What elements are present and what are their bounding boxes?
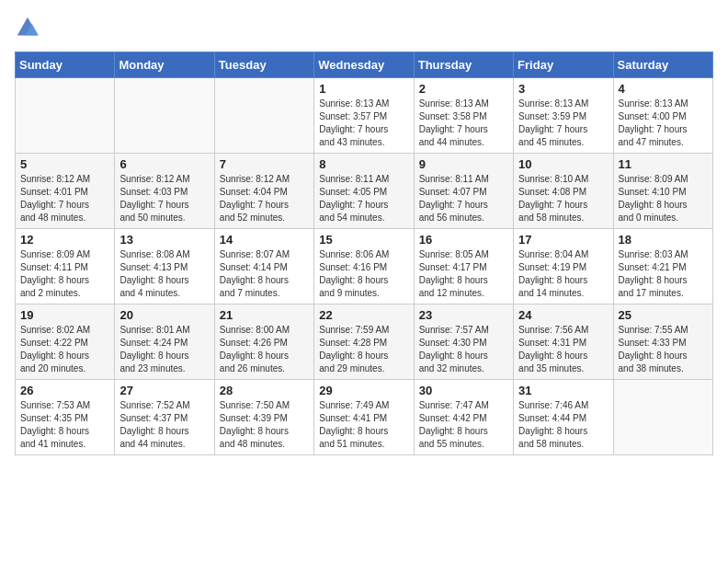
- calendar-cell: 6Sunrise: 8:12 AM Sunset: 4:03 PM Daylig…: [115, 154, 214, 229]
- day-number: 6: [119, 157, 209, 171]
- weekday-header-wednesday: Wednesday: [314, 52, 414, 78]
- week-row-4: 19Sunrise: 8:02 AM Sunset: 4:22 PM Dayli…: [16, 304, 713, 380]
- day-number: 2: [419, 82, 508, 96]
- calendar-cell: 27Sunrise: 7:52 AM Sunset: 4:37 PM Dayli…: [115, 380, 214, 455]
- calendar-cell: 7Sunrise: 8:12 AM Sunset: 4:04 PM Daylig…: [214, 154, 313, 229]
- day-info: Sunrise: 8:03 AM Sunset: 4:21 PM Dayligh…: [619, 248, 708, 300]
- day-number: 9: [419, 157, 508, 171]
- calendar-cell: 28Sunrise: 7:50 AM Sunset: 4:39 PM Dayli…: [214, 380, 313, 455]
- calendar-cell: 30Sunrise: 7:47 AM Sunset: 4:42 PM Dayli…: [414, 380, 513, 455]
- day-number: 23: [419, 308, 508, 322]
- calendar-cell: 18Sunrise: 8:03 AM Sunset: 4:21 PM Dayli…: [613, 229, 712, 304]
- day-number: 17: [518, 233, 608, 247]
- logo: [15, 15, 44, 40]
- day-number: 14: [220, 233, 309, 247]
- day-info: Sunrise: 7:56 AM Sunset: 4:31 PM Dayligh…: [518, 324, 608, 375]
- calendar-cell: [16, 78, 115, 154]
- day-info: Sunrise: 8:08 AM Sunset: 4:13 PM Dayligh…: [119, 248, 209, 300]
- day-info: Sunrise: 7:47 AM Sunset: 4:42 PM Dayligh…: [419, 399, 508, 451]
- calendar-cell: 13Sunrise: 8:08 AM Sunset: 4:13 PM Dayli…: [115, 229, 214, 304]
- calendar-cell: 4Sunrise: 8:13 AM Sunset: 4:00 PM Daylig…: [613, 78, 712, 154]
- day-number: 16: [419, 233, 508, 247]
- day-info: Sunrise: 8:10 AM Sunset: 4:08 PM Dayligh…: [518, 173, 608, 224]
- day-info: Sunrise: 8:01 AM Sunset: 4:24 PM Dayligh…: [119, 324, 209, 375]
- logo-icon: [15, 15, 40, 40]
- calendar-cell: 12Sunrise: 8:09 AM Sunset: 4:11 PM Dayli…: [16, 229, 115, 304]
- day-info: Sunrise: 8:09 AM Sunset: 4:10 PM Dayligh…: [619, 173, 708, 224]
- day-number: 28: [220, 384, 309, 397]
- day-info: Sunrise: 8:11 AM Sunset: 4:05 PM Dayligh…: [319, 173, 408, 224]
- day-number: 26: [20, 384, 109, 397]
- day-number: 21: [220, 308, 309, 322]
- calendar-cell: 19Sunrise: 8:02 AM Sunset: 4:22 PM Dayli…: [16, 304, 115, 380]
- day-number: 7: [220, 157, 309, 171]
- day-number: 13: [119, 233, 209, 247]
- day-info: Sunrise: 8:12 AM Sunset: 4:03 PM Dayligh…: [119, 173, 209, 224]
- day-info: Sunrise: 8:06 AM Sunset: 4:16 PM Dayligh…: [319, 248, 408, 300]
- day-info: Sunrise: 8:07 AM Sunset: 4:14 PM Dayligh…: [220, 248, 309, 300]
- page-header: [15, 15, 713, 40]
- day-number: 30: [419, 384, 508, 397]
- day-info: Sunrise: 8:13 AM Sunset: 4:00 PM Dayligh…: [619, 98, 708, 149]
- calendar-cell: 15Sunrise: 8:06 AM Sunset: 4:16 PM Dayli…: [314, 229, 414, 304]
- week-row-5: 26Sunrise: 7:53 AM Sunset: 4:35 PM Dayli…: [16, 380, 713, 455]
- day-info: Sunrise: 8:00 AM Sunset: 4:26 PM Dayligh…: [220, 324, 309, 375]
- day-info: Sunrise: 8:13 AM Sunset: 3:59 PM Dayligh…: [518, 98, 608, 149]
- day-number: 1: [319, 82, 408, 96]
- day-info: Sunrise: 7:57 AM Sunset: 4:30 PM Dayligh…: [419, 324, 508, 375]
- calendar-cell: 26Sunrise: 7:53 AM Sunset: 4:35 PM Dayli…: [16, 380, 115, 455]
- weekday-header-row: SundayMondayTuesdayWednesdayThursdayFrid…: [16, 52, 713, 78]
- calendar-cell: 3Sunrise: 8:13 AM Sunset: 3:59 PM Daylig…: [514, 78, 613, 154]
- week-row-2: 5Sunrise: 8:12 AM Sunset: 4:01 PM Daylig…: [16, 154, 713, 229]
- calendar-cell: 10Sunrise: 8:10 AM Sunset: 4:08 PM Dayli…: [514, 154, 613, 229]
- weekday-header-friday: Friday: [514, 52, 613, 78]
- day-number: 8: [319, 157, 408, 171]
- day-number: 22: [319, 308, 408, 322]
- day-info: Sunrise: 7:55 AM Sunset: 4:33 PM Dayligh…: [619, 324, 708, 375]
- weekday-header-tuesday: Tuesday: [214, 52, 313, 78]
- calendar-cell: 9Sunrise: 8:11 AM Sunset: 4:07 PM Daylig…: [414, 154, 513, 229]
- day-info: Sunrise: 8:05 AM Sunset: 4:17 PM Dayligh…: [419, 248, 508, 300]
- calendar-cell: 22Sunrise: 7:59 AM Sunset: 4:28 PM Dayli…: [314, 304, 414, 380]
- weekday-header-sunday: Sunday: [16, 52, 115, 78]
- day-number: 24: [518, 308, 608, 322]
- day-number: 19: [20, 308, 109, 322]
- calendar-body: 1Sunrise: 8:13 AM Sunset: 3:57 PM Daylig…: [16, 78, 713, 455]
- calendar-cell: 17Sunrise: 8:04 AM Sunset: 4:19 PM Dayli…: [514, 229, 613, 304]
- week-row-1: 1Sunrise: 8:13 AM Sunset: 3:57 PM Daylig…: [16, 78, 713, 154]
- day-info: Sunrise: 7:52 AM Sunset: 4:37 PM Dayligh…: [119, 399, 209, 451]
- day-number: 29: [319, 384, 408, 397]
- weekday-header-monday: Monday: [115, 52, 214, 78]
- day-info: Sunrise: 7:49 AM Sunset: 4:41 PM Dayligh…: [319, 399, 408, 451]
- week-row-3: 12Sunrise: 8:09 AM Sunset: 4:11 PM Dayli…: [16, 229, 713, 304]
- calendar-cell: 1Sunrise: 8:13 AM Sunset: 3:57 PM Daylig…: [314, 78, 414, 154]
- day-number: 25: [619, 308, 708, 322]
- day-info: Sunrise: 7:53 AM Sunset: 4:35 PM Dayligh…: [20, 399, 109, 451]
- calendar-cell: 23Sunrise: 7:57 AM Sunset: 4:30 PM Dayli…: [414, 304, 513, 380]
- weekday-header-thursday: Thursday: [414, 52, 513, 78]
- calendar-cell: 2Sunrise: 8:13 AM Sunset: 3:58 PM Daylig…: [414, 78, 513, 154]
- day-number: 3: [518, 82, 608, 96]
- day-number: 27: [119, 384, 209, 397]
- day-number: 11: [619, 157, 708, 171]
- day-info: Sunrise: 8:13 AM Sunset: 3:57 PM Dayligh…: [319, 98, 408, 149]
- day-number: 31: [518, 384, 608, 397]
- calendar-cell: [214, 78, 313, 154]
- calendar: SundayMondayTuesdayWednesdayThursdayFrid…: [15, 52, 713, 455]
- calendar-cell: [613, 380, 712, 455]
- calendar-cell: 31Sunrise: 7:46 AM Sunset: 4:44 PM Dayli…: [514, 380, 613, 455]
- calendar-cell: 20Sunrise: 8:01 AM Sunset: 4:24 PM Dayli…: [115, 304, 214, 380]
- weekday-header-saturday: Saturday: [613, 52, 712, 78]
- day-number: 12: [20, 233, 109, 247]
- day-info: Sunrise: 8:02 AM Sunset: 4:22 PM Dayligh…: [20, 324, 109, 375]
- calendar-cell: 5Sunrise: 8:12 AM Sunset: 4:01 PM Daylig…: [16, 154, 115, 229]
- day-number: 4: [619, 82, 708, 96]
- day-info: Sunrise: 7:59 AM Sunset: 4:28 PM Dayligh…: [319, 324, 408, 375]
- calendar-cell: 25Sunrise: 7:55 AM Sunset: 4:33 PM Dayli…: [613, 304, 712, 380]
- day-info: Sunrise: 8:12 AM Sunset: 4:04 PM Dayligh…: [220, 173, 309, 224]
- day-number: 10: [518, 157, 608, 171]
- calendar-cell: 14Sunrise: 8:07 AM Sunset: 4:14 PM Dayli…: [214, 229, 313, 304]
- day-number: 15: [319, 233, 408, 247]
- calendar-cell: 21Sunrise: 8:00 AM Sunset: 4:26 PM Dayli…: [214, 304, 313, 380]
- calendar-cell: 8Sunrise: 8:11 AM Sunset: 4:05 PM Daylig…: [314, 154, 414, 229]
